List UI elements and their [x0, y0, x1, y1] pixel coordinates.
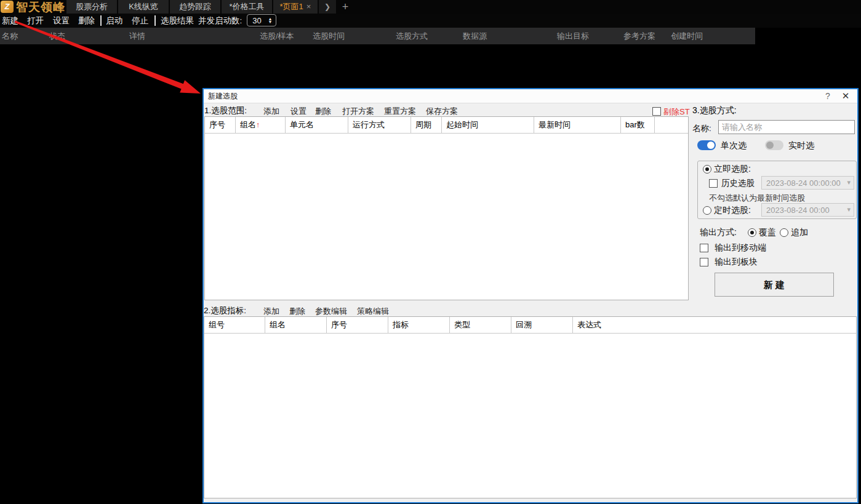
col-pick-time: 选股时间: [313, 28, 345, 44]
t1-col-bars[interactable]: bar数: [621, 117, 655, 133]
t2-col-groupname[interactable]: 组名: [265, 317, 327, 333]
toolbar-settings-button[interactable]: 设置: [53, 14, 70, 28]
dialog-titlebar[interactable]: 新建选股 ? ✕: [204, 89, 857, 103]
indicator-delete-button[interactable]: 删除: [289, 306, 305, 317]
col-name: 名称: [2, 28, 18, 44]
t1-col-latest[interactable]: 最新时间: [534, 117, 621, 133]
name-input[interactable]: [718, 120, 855, 134]
sort-asc-icon: ↑: [256, 121, 260, 129]
t1-col-period[interactable]: 周期: [411, 117, 442, 133]
app-logo-icon: Z: [1, 1, 14, 13]
param-edit-button[interactable]: 参数编辑: [315, 306, 347, 317]
history-datetime-value: 2023-08-24 00:00:00: [766, 178, 841, 188]
chevron-down-icon: ▾: [847, 206, 851, 214]
section3-label: 3.选股方式:: [692, 105, 737, 116]
history-note: 不勾选默认为最新时间选股: [709, 193, 805, 204]
name-label: 名称:: [692, 123, 711, 134]
tab-price-tool[interactable]: *价格工具: [222, 0, 272, 14]
toolbar-start-button[interactable]: 启动: [106, 14, 122, 28]
tab-stock-analysis[interactable]: 股票分析: [66, 0, 117, 14]
col-create-time: 创建时间: [671, 28, 703, 44]
toolbar-separator: [154, 15, 156, 26]
col-status: 状态: [49, 28, 65, 44]
tab-page1[interactable]: *页面1×: [273, 0, 318, 14]
section1-label: 1.选股范围:: [204, 105, 247, 116]
history-datetime-dropdown[interactable]: 2023-08-24 00:00:00 ▾: [761, 176, 854, 190]
concurrency-stepper[interactable]: 30 ▲▼: [247, 14, 276, 26]
tab-scroll-next-icon[interactable]: ❯: [319, 0, 336, 14]
timed-pick-label: 定时选股:: [714, 205, 751, 216]
col-detail: 详情: [129, 28, 145, 44]
output-mobile-label: 输出到移动端: [715, 242, 766, 254]
app-tab-bar: Z 智天领峰 股票分析 K线纵览 趋势跟踪 *价格工具 *页面1× ❯ +: [0, 0, 861, 14]
tab-add-icon[interactable]: +: [338, 0, 352, 14]
save-plan-button[interactable]: 保存方案: [426, 106, 458, 117]
tab-trend-tracking[interactable]: 趋势跟踪: [170, 0, 220, 14]
output-sector-label: 输出到板块: [715, 257, 758, 268]
reset-plan-button[interactable]: 重置方案: [384, 106, 416, 117]
range-table-header: 序号 组名↑ 单元名 运行方式 周期 起始时间 最新时间 bar数: [205, 117, 688, 134]
result-list-header: 名称 状态 详情 选股/样本 选股时间 选股方式 数据源 输出目标 参考方案 创…: [0, 28, 755, 44]
range-delete-button[interactable]: 删除: [315, 106, 331, 117]
t1-col-group[interactable]: 组名↑: [236, 117, 286, 133]
t1-col-index[interactable]: 序号: [205, 117, 236, 133]
tab-close-icon[interactable]: ×: [306, 2, 311, 11]
exclude-st-checkbox[interactable]: [652, 107, 661, 116]
realtime-pick-label: 实时选: [788, 140, 814, 151]
tab-page1-label: *页面1: [280, 2, 303, 11]
timed-datetime-value: 2023-08-24 00:00: [766, 206, 830, 215]
col-output: 输出目标: [557, 28, 589, 44]
t2-col-groupno[interactable]: 组号: [204, 317, 265, 333]
new-stock-pick-dialog: 新建选股 ? ✕ 1.选股范围: 添加 设置 删除 打开方案 重置方案 保存方案…: [202, 88, 859, 503]
range-table[interactable]: 序号 组名↑ 单元名 运行方式 周期 起始时间 最新时间 bar数: [204, 116, 689, 300]
t2-col-lookback[interactable]: 回溯: [511, 317, 573, 333]
toolbar-new-button[interactable]: 新建: [2, 14, 18, 28]
toolbar-results-button[interactable]: 选股结果: [161, 14, 194, 28]
indicator-table-header: 组号 组名 序号 指标 类型 回溯 表达式: [204, 317, 856, 334]
help-icon[interactable]: ?: [823, 89, 833, 103]
t2-col-expression[interactable]: 表达式: [573, 317, 856, 333]
close-icon[interactable]: ✕: [841, 89, 851, 103]
realtime-pick-toggle[interactable]: [765, 140, 783, 150]
toolbar-stop-button[interactable]: 停止: [132, 14, 148, 28]
t1-col-unit[interactable]: 单元名: [286, 117, 348, 133]
immediate-pick-radio[interactable]: [703, 165, 711, 174]
create-button[interactable]: 新 建: [715, 273, 834, 297]
history-pick-label: 历史选股: [721, 178, 755, 189]
t1-col-start[interactable]: 起始时间: [442, 117, 534, 133]
col-datasource: 数据源: [463, 28, 487, 44]
output-mobile-checkbox[interactable]: [700, 244, 708, 252]
tab-kline-overview[interactable]: K线纵览: [118, 0, 169, 14]
t2-col-indicator[interactable]: 指标: [388, 317, 450, 333]
concurrency-value: 30: [247, 16, 266, 25]
col-pick-mode: 选股方式: [396, 28, 428, 44]
t1-col-filler: [655, 117, 688, 133]
open-plan-button[interactable]: 打开方案: [342, 106, 374, 117]
t2-col-index[interactable]: 序号: [327, 317, 388, 333]
col-pick-sample: 选股/样本: [260, 28, 294, 44]
chevron-down-icon: ▾: [847, 178, 851, 186]
history-pick-checkbox[interactable]: [709, 179, 718, 188]
toolbar-separator: [100, 15, 102, 26]
toolbar-open-button[interactable]: 打开: [27, 14, 44, 28]
indicator-add-button[interactable]: 添加: [263, 306, 279, 317]
strategy-edit-button[interactable]: 策略编辑: [357, 306, 389, 317]
t1-col-runmode[interactable]: 运行方式: [348, 117, 411, 133]
toolbar-delete-button[interactable]: 删除: [78, 14, 95, 28]
append-radio[interactable]: [780, 228, 788, 237]
indicator-table[interactable]: 组号 组名 序号 指标 类型 回溯 表达式: [204, 316, 857, 498]
toolbar: 新建 打开 设置 删除 启动 停止 选股结果 并发启动数: 30 ▲▼: [0, 14, 861, 28]
range-set-button[interactable]: 设置: [290, 106, 306, 117]
overwrite-label: 覆盖: [759, 227, 776, 238]
single-pick-label: 单次选: [721, 140, 747, 151]
timed-datetime-dropdown[interactable]: 2023-08-24 00:00 ▾: [761, 203, 854, 217]
single-pick-toggle[interactable]: [697, 140, 716, 150]
append-label: 追加: [791, 227, 808, 238]
output-sector-checkbox[interactable]: [700, 258, 708, 266]
timed-pick-radio[interactable]: [703, 206, 711, 215]
overwrite-radio[interactable]: [748, 228, 756, 237]
stepper-arrows-icon[interactable]: ▲▼: [266, 17, 276, 23]
t2-col-type[interactable]: 类型: [450, 317, 511, 333]
range-add-button[interactable]: 添加: [263, 106, 279, 117]
concurrency-label: 并发启动数:: [198, 14, 242, 28]
